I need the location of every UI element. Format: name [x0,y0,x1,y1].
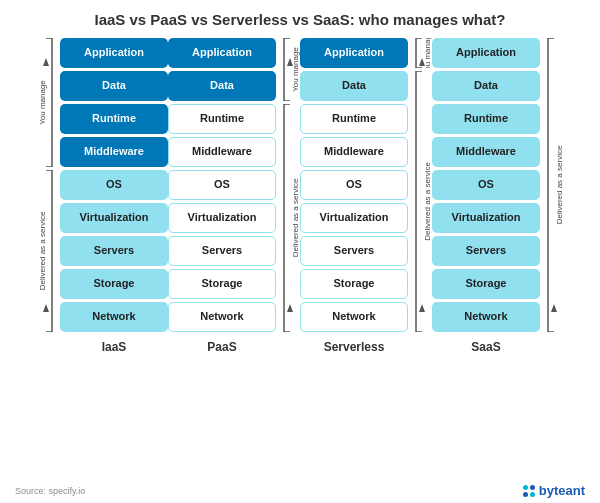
cell-application: Application [168,38,276,68]
cell-virtualization: Virtualization [60,203,168,233]
cell-network: Network [60,302,168,332]
svg-text:Delivered as a service: Delivered as a service [38,211,47,290]
cell-runtime: Runtime [168,104,276,134]
cell-servers: Servers [432,236,540,266]
cell-runtime: Runtime [300,104,408,134]
cell-application: Application [60,38,168,68]
svg-text:You manage: You manage [291,46,300,91]
col-wrapper-iaas: You manage Delivered as a service Applic… [36,38,168,354]
col-saas: ApplicationDataRuntimeMiddlewareOSVirtua… [432,38,540,354]
cell-storage: Storage [432,269,540,299]
col-label-paas: PaaS [168,340,276,354]
cell-os: OS [168,170,276,200]
svg-text:Delivered as a service: Delivered as a service [291,178,300,257]
col-label-iaas: IaaS [60,340,168,354]
page-title: IaaS vs PaaS vs Serverless vs SaaS: who … [10,10,590,30]
cell-storage: Storage [168,269,276,299]
cell-network: Network [432,302,540,332]
cell-os: OS [300,170,408,200]
cell-virtualization: Virtualization [432,203,540,233]
saas-right-bracket: Delivered as a service [542,38,564,332]
logo: byteant [523,483,585,498]
page-container: IaaS vs PaaS vs Serverless vs SaaS: who … [0,0,600,503]
cell-runtime: Runtime [432,104,540,134]
paas-right-bracket: You manage Delivered as a service [278,38,300,332]
serverless-right-bracket: You manage Delivered as a service [410,38,432,332]
cell-virtualization: Virtualization [300,203,408,233]
footer: Source: specify.io byteant [10,483,590,498]
cell-data: Data [300,71,408,101]
col-label-serverless: Serverless [300,340,408,354]
svg-text:You manage: You manage [423,38,432,68]
cell-os: OS [60,170,168,200]
svg-marker-8 [43,304,49,312]
col-wrapper-serverless: ApplicationDataRuntimeMiddlewareOSVirtua… [300,38,432,354]
svg-marker-3 [43,58,49,66]
col-wrapper-saas: ApplicationDataRuntimeMiddlewareOSVirtua… [432,38,564,354]
cell-os: OS [432,170,540,200]
cell-network: Network [168,302,276,332]
source-text: Source: specify.io [15,486,85,496]
cell-servers: Servers [300,236,408,266]
cell-data: Data [60,71,168,101]
cell-application: Application [300,38,408,68]
cell-storage: Storage [300,269,408,299]
cell-virtualization: Virtualization [168,203,276,233]
cell-servers: Servers [60,236,168,266]
svg-marker-18 [287,304,293,312]
cell-middleware: Middleware [168,137,276,167]
svg-marker-28 [419,304,425,312]
svg-text:Delivered as a service: Delivered as a service [423,161,432,240]
col-iaas: ApplicationDataRuntimeMiddlewareOSVirtua… [60,38,168,354]
cell-storage: Storage [60,269,168,299]
cell-data: Data [432,71,540,101]
cell-application: Application [432,38,540,68]
svg-text:You manage: You manage [38,79,47,124]
iaas-bracket: You manage Delivered as a service [36,38,58,332]
col-wrapper-paas: ApplicationDataRuntimeMiddlewareOSVirtua… [168,38,300,354]
col-serverless: ApplicationDataRuntimeMiddlewareOSVirtua… [300,38,408,354]
cell-middleware: Middleware [60,137,168,167]
col-label-saas: SaaS [432,340,540,354]
cell-data: Data [168,71,276,101]
svg-text:Delivered as a service: Delivered as a service [555,145,564,224]
cell-runtime: Runtime [60,104,168,134]
cell-middleware: Middleware [432,137,540,167]
svg-marker-33 [551,304,557,312]
cell-middleware: Middleware [300,137,408,167]
cell-network: Network [300,302,408,332]
col-paas: ApplicationDataRuntimeMiddlewareOSVirtua… [168,38,276,354]
cell-servers: Servers [168,236,276,266]
